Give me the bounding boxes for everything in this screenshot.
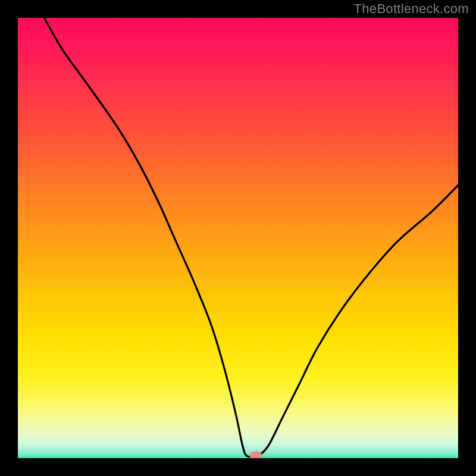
plot-area <box>18 18 458 458</box>
chart-frame: TheBottleneck.com <box>0 0 476 476</box>
bottleneck-curve <box>18 18 458 458</box>
watermark-text: TheBottleneck.com <box>354 1 469 17</box>
optimal-point-marker <box>250 452 262 458</box>
